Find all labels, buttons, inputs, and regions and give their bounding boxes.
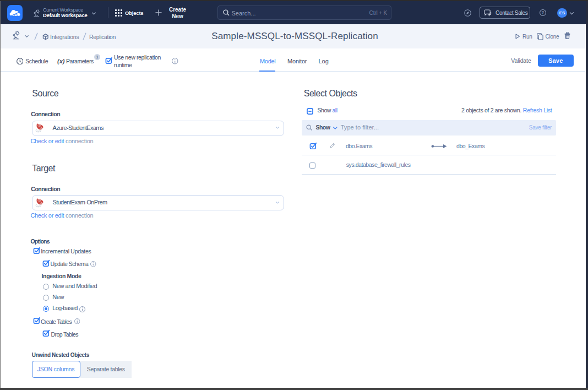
svg-text:?: ?	[541, 10, 544, 15]
